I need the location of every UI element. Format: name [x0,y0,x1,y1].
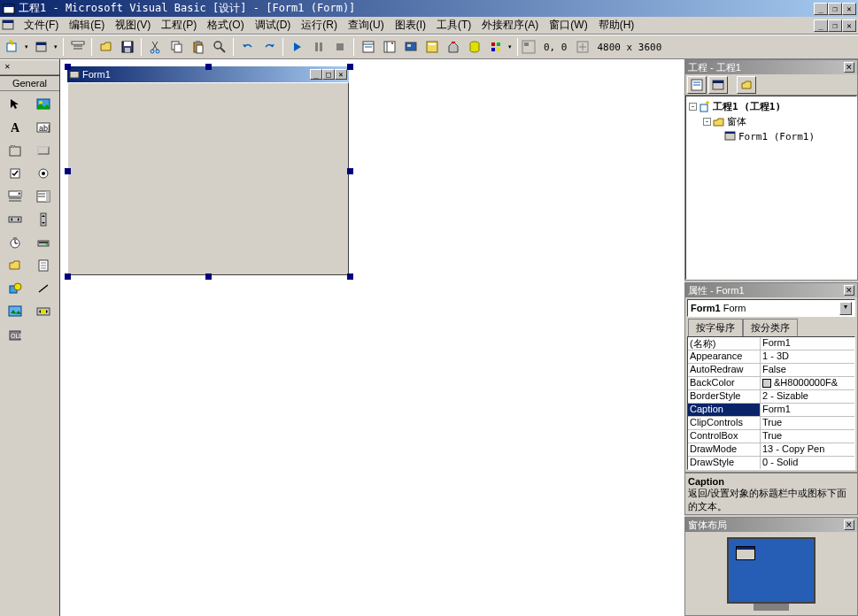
forms-folder[interactable]: 窗体 [727,115,746,128]
property-row[interactable]: DrawMode13 - Copy Pen [688,443,854,457]
menu-run[interactable]: 运行(R) [296,16,343,35]
dirlistbox-tool[interactable] [3,255,27,276]
tree-toggle[interactable]: - [689,103,697,111]
optionbutton-tool[interactable] [31,163,56,184]
property-row[interactable]: AutoRedrawFalse [688,364,854,377]
view-object-button[interactable] [708,76,728,94]
property-value[interactable]: False [761,364,854,376]
mdi-restore-button[interactable]: ❐ [828,19,842,32]
layout-monitor[interactable] [727,537,815,604]
view-code-button[interactable] [687,76,707,94]
redo-button[interactable] [259,37,279,57]
menu-tools[interactable]: 工具(T) [431,16,476,35]
property-row[interactable]: BackColor&H8000000F& [688,377,854,390]
picturebox-tool[interactable] [31,94,56,115]
menu-help[interactable]: 帮助(H) [593,16,640,35]
resize-handle[interactable] [65,168,71,174]
object-browser-button[interactable] [421,37,442,57]
save-button[interactable] [117,37,137,57]
properties-window-button[interactable] [379,37,399,57]
ole-tool[interactable]: OLE [3,324,27,345]
line-tool[interactable] [31,278,56,299]
image-tool[interactable] [3,301,27,322]
resize-handle[interactable] [65,64,71,70]
project-tree[interactable]: - 工程1 (工程1) - 窗体 Form1 (Form1) [685,96,857,280]
minimize-button[interactable]: _ [814,3,828,15]
open-button[interactable] [96,37,116,57]
toggle-folders-button[interactable] [737,76,756,94]
tab-categorized[interactable]: 按分类序 [743,319,798,336]
toolbox-close-button[interactable]: ✕ [3,63,12,73]
shape-tool[interactable] [3,278,27,299]
resize-handle[interactable] [347,64,353,70]
toolbox-button[interactable] [443,37,463,57]
stop-button[interactable] [329,37,350,57]
property-row[interactable]: ControlBoxTrue [688,430,854,443]
close-button[interactable]: ✕ [842,3,856,15]
property-row[interactable]: ClipControlsTrue [688,417,854,430]
drivelistbox-tool[interactable] [31,232,56,253]
menu-file[interactable]: 文件(F) [19,16,64,35]
commandbutton-tool[interactable] [31,140,56,161]
resize-handle[interactable] [205,64,212,70]
copy-button[interactable] [166,37,187,57]
object-selector[interactable]: Form1 Form ▾ [687,299,855,317]
form-layout-button[interactable] [400,37,421,57]
filelistbox-tool[interactable] [31,255,56,276]
tab-alphabetic[interactable]: 按字母序 [688,319,743,336]
property-value[interactable]: 1 - 3D [761,350,854,363]
find-button[interactable] [209,37,229,57]
cut-button[interactable] [145,37,166,57]
listbox-tool[interactable] [31,186,56,207]
property-row[interactable]: (名称)Form1 [688,337,854,350]
checkbox-tool[interactable] [3,163,27,184]
property-value[interactable]: 13 - Copy Pen [761,443,854,456]
resize-handle[interactable] [65,273,71,280]
pointer-tool[interactable] [3,94,27,115]
menu-query[interactable]: 查询(U) [343,16,390,35]
property-row[interactable]: Appearance1 - 3D [688,350,854,364]
property-value[interactable]: 2 - Sizable [761,390,854,403]
textbox-tool[interactable]: ab| [31,117,56,138]
project-root[interactable]: 工程1 (工程1) [713,100,781,113]
property-value[interactable]: True [761,417,854,429]
menu-window[interactable]: 窗口(W) [544,16,592,35]
property-value[interactable]: &H8000000F& [761,377,854,389]
project-explorer-button[interactable] [358,37,378,57]
resize-handle[interactable] [347,273,353,280]
property-value[interactable]: Form1 [761,404,854,416]
menu-debug[interactable]: 调试(D) [250,16,297,35]
layout-form-preview[interactable] [736,546,755,560]
property-row[interactable]: DrawStyle0 - Solid [688,457,854,470]
property-row[interactable]: BorderStyle2 - Sizable [688,390,854,404]
data-tool[interactable] [31,301,56,322]
mdi-minimize-button[interactable]: _ [814,19,828,32]
designer-form[interactable]: Form1 _ □ ✕ [67,66,349,275]
run-button[interactable] [287,37,307,57]
resize-handle[interactable] [205,273,212,280]
frame-tool[interactable]: xv [3,140,27,161]
menu-edit[interactable]: 编辑(E) [64,16,110,35]
menu-diagram[interactable]: 图表(I) [390,16,431,35]
menu-editor-button[interactable] [67,37,88,57]
hscrollbar-tool[interactable] [3,209,27,230]
resize-handle[interactable] [347,168,353,174]
add-project-dropdown[interactable]: ▾ [23,37,30,57]
object-selector-dropdown[interactable]: ▾ [839,302,852,315]
toolbox-tab-general[interactable]: General [3,78,57,89]
component-dropdown[interactable]: ▾ [506,37,514,57]
component-manager-button[interactable] [485,37,506,57]
vscrollbar-tool[interactable] [31,209,56,230]
add-project-button[interactable] [2,37,22,57]
menu-addins[interactable]: 外接程序(A) [476,16,544,35]
add-form-dropdown[interactable]: ▾ [52,37,59,57]
add-form-button[interactable] [31,37,51,57]
form-client-area[interactable] [67,82,349,275]
mdi-icon[interactable] [2,19,16,33]
menu-project[interactable]: 工程(P) [156,16,202,35]
menu-view[interactable]: 视图(V) [110,16,156,35]
maximize-button[interactable]: ❐ [828,3,842,15]
layout-panel-close[interactable]: ✕ [844,520,854,530]
project-panel-close[interactable]: ✕ [844,62,854,73]
form-item[interactable]: Form1 (Form1) [738,131,815,142]
